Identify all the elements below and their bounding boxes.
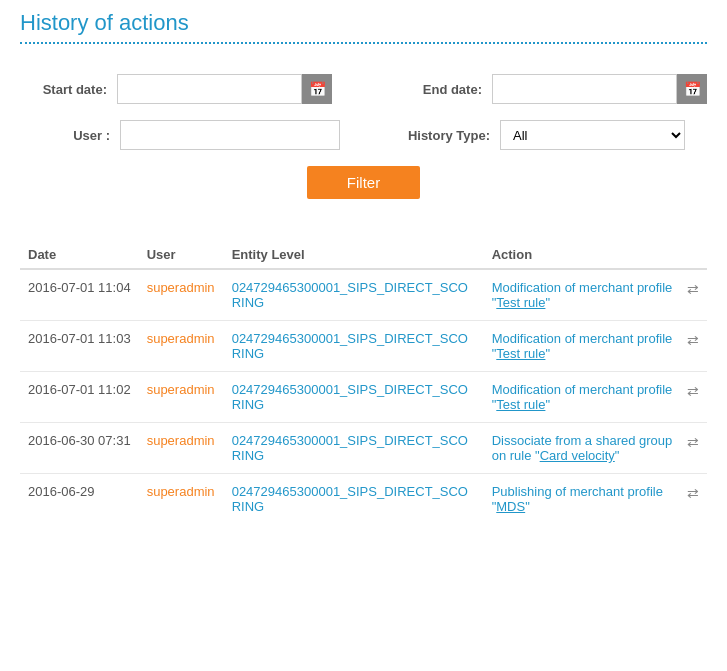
end-date-label: End date: (392, 82, 492, 97)
cell-entity-1: 024729465300001_SIPS_DIRECT_SCORING (224, 321, 484, 372)
user-input[interactable] (120, 120, 340, 150)
user-input-wrap (120, 120, 340, 150)
start-date-input[interactable] (117, 74, 302, 104)
cell-date-2: 2016-07-01 11:02 (20, 372, 139, 423)
history-type-select[interactable]: All Modification Publishing Dissociate (500, 120, 685, 150)
history-table: Date User Entity Level Action 2016-07-01… (20, 239, 707, 524)
col-header-user: User (139, 239, 224, 269)
col-header-entity: Entity Level (224, 239, 484, 269)
cell-action-3: Dissociate from a shared group on rule "… (484, 423, 707, 474)
end-date-group: End date: 📅 (392, 74, 707, 104)
action-wrap-2: Modification of merchant profile "Test r… (492, 382, 699, 412)
action-wrap-4: Publishing of merchant profile "MDS"⇄ (492, 484, 699, 514)
history-type-group: History Type: All Modification Publishin… (400, 120, 685, 150)
user-label: User : (20, 128, 120, 143)
cell-action-4: Publishing of merchant profile "MDS"⇄ (484, 474, 707, 525)
filter-row-dates: Start date: 📅 End date: 📅 (20, 74, 707, 104)
calendar-icon-2: 📅 (684, 81, 701, 97)
cell-action-2: Modification of merchant profile "Test r… (484, 372, 707, 423)
start-date-calendar-button[interactable]: 📅 (302, 74, 332, 104)
cell-date-4: 2016-06-29 (20, 474, 139, 525)
cell-entity-3: 024729465300001_SIPS_DIRECT_SCORING (224, 423, 484, 474)
table-body: 2016-07-01 11:04superadmin02472946530000… (20, 269, 707, 524)
start-date-wrap: 📅 (117, 74, 332, 104)
cell-date-1: 2016-07-01 11:03 (20, 321, 139, 372)
title-divider (20, 42, 707, 44)
table-head: Date User Entity Level Action (20, 239, 707, 269)
action-text-3: Dissociate from a shared group on rule "… (492, 433, 681, 463)
action-text-2: Modification of merchant profile "Test r… (492, 382, 681, 412)
action-link-3[interactable]: Card velocity (540, 448, 615, 463)
swap-icon-0[interactable]: ⇄ (687, 281, 699, 297)
action-link-1[interactable]: Test rule (496, 346, 545, 361)
page-title: History of actions (20, 10, 707, 36)
end-date-calendar-button[interactable]: 📅 (677, 74, 707, 104)
action-link-4[interactable]: MDS (496, 499, 525, 514)
col-header-date: Date (20, 239, 139, 269)
table-row: 2016-06-29superadmin024729465300001_SIPS… (20, 474, 707, 525)
cell-entity-4: 024729465300001_SIPS_DIRECT_SCORING (224, 474, 484, 525)
filter-row-user-type: User : History Type: All Modification Pu… (20, 120, 707, 150)
end-date-wrap: 📅 (492, 74, 707, 104)
start-date-label: Start date: (20, 82, 117, 97)
action-link-0[interactable]: Test rule (496, 295, 545, 310)
cell-entity-0: 024729465300001_SIPS_DIRECT_SCORING (224, 269, 484, 321)
cell-action-1: Modification of merchant profile "Test r… (484, 321, 707, 372)
filter-section: Start date: 📅 End date: 📅 User : History… (20, 64, 707, 239)
swap-icon-1[interactable]: ⇄ (687, 332, 699, 348)
table-row: 2016-06-30 07:31superadmin02472946530000… (20, 423, 707, 474)
table-row: 2016-07-01 11:02superadmin02472946530000… (20, 372, 707, 423)
swap-icon-2[interactable]: ⇄ (687, 383, 699, 399)
col-header-action: Action (484, 239, 707, 269)
cell-date-0: 2016-07-01 11:04 (20, 269, 139, 321)
table-header-row: Date User Entity Level Action (20, 239, 707, 269)
cell-user-3: superadmin (139, 423, 224, 474)
swap-icon-3[interactable]: ⇄ (687, 434, 699, 450)
action-wrap-0: Modification of merchant profile "Test r… (492, 280, 699, 310)
action-wrap-1: Modification of merchant profile "Test r… (492, 331, 699, 361)
action-link-2[interactable]: Test rule (496, 397, 545, 412)
cell-date-3: 2016-06-30 07:31 (20, 423, 139, 474)
calendar-icon: 📅 (309, 81, 326, 97)
end-date-input[interactable] (492, 74, 677, 104)
action-text-0: Modification of merchant profile "Test r… (492, 280, 681, 310)
swap-icon-4[interactable]: ⇄ (687, 485, 699, 501)
action-text-1: Modification of merchant profile "Test r… (492, 331, 681, 361)
cell-user-2: superadmin (139, 372, 224, 423)
history-type-select-wrap: All Modification Publishing Dissociate (500, 120, 685, 150)
cell-user-1: superadmin (139, 321, 224, 372)
table-row: 2016-07-01 11:04superadmin02472946530000… (20, 269, 707, 321)
table-row: 2016-07-01 11:03superadmin02472946530000… (20, 321, 707, 372)
cell-user-0: superadmin (139, 269, 224, 321)
action-wrap-3: Dissociate from a shared group on rule "… (492, 433, 699, 463)
cell-entity-2: 024729465300001_SIPS_DIRECT_SCORING (224, 372, 484, 423)
cell-user-4: superadmin (139, 474, 224, 525)
history-type-label: History Type: (400, 128, 500, 143)
filter-button[interactable]: Filter (307, 166, 420, 199)
action-text-4: Publishing of merchant profile "MDS" (492, 484, 681, 514)
cell-action-0: Modification of merchant profile "Test r… (484, 269, 707, 321)
filter-button-row: Filter (20, 166, 707, 199)
